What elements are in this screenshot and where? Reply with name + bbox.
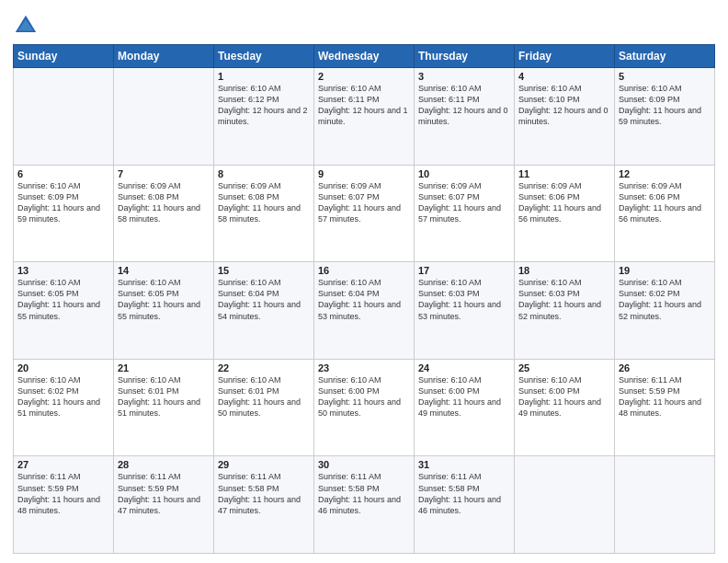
column-header-thursday: Thursday: [415, 45, 515, 68]
week-row-1: 1Sunrise: 6:10 AMSunset: 6:12 PMDaylight…: [14, 68, 715, 166]
cell-details: Sunrise: 6:10 AMSunset: 6:02 PMDaylight:…: [17, 374, 109, 419]
cell-details: Sunrise: 6:09 AMSunset: 6:07 PMDaylight:…: [418, 180, 510, 225]
calendar-cell: 19Sunrise: 6:10 AMSunset: 6:02 PMDayligh…: [615, 262, 715, 360]
day-number: 31: [418, 459, 510, 470]
cell-details: Sunrise: 6:11 AMSunset: 5:58 PMDaylight:…: [418, 471, 510, 516]
day-number: 19: [619, 265, 711, 276]
day-number: 20: [17, 362, 109, 373]
calendar-cell: 31Sunrise: 6:11 AMSunset: 5:58 PMDayligh…: [415, 456, 515, 554]
calendar-cell: 25Sunrise: 6:10 AMSunset: 6:00 PMDayligh…: [515, 359, 615, 456]
cell-details: Sunrise: 6:09 AMSunset: 6:07 PMDaylight:…: [318, 180, 410, 225]
cell-details: Sunrise: 6:10 AMSunset: 6:05 PMDaylight:…: [118, 277, 210, 322]
day-number: 12: [619, 168, 711, 179]
week-row-5: 27Sunrise: 6:11 AMSunset: 5:59 PMDayligh…: [14, 456, 715, 554]
cell-details: Sunrise: 6:10 AMSunset: 6:10 PMDaylight:…: [518, 83, 610, 128]
day-number: 17: [418, 265, 510, 276]
day-number: 26: [619, 362, 711, 373]
day-number: 25: [518, 362, 610, 373]
cell-details: Sunrise: 6:10 AMSunset: 6:12 PMDaylight:…: [218, 83, 310, 128]
day-number: 6: [17, 168, 109, 179]
calendar-cell: 23Sunrise: 6:10 AMSunset: 6:00 PMDayligh…: [314, 359, 415, 456]
cell-details: Sunrise: 6:10 AMSunset: 6:00 PMDaylight:…: [518, 374, 610, 419]
cell-details: Sunrise: 6:10 AMSunset: 6:03 PMDaylight:…: [518, 277, 610, 322]
calendar-cell: 1Sunrise: 6:10 AMSunset: 6:12 PMDaylight…: [214, 68, 314, 166]
week-row-3: 13Sunrise: 6:10 AMSunset: 6:05 PMDayligh…: [14, 262, 715, 360]
day-number: 30: [318, 459, 410, 470]
day-number: 27: [17, 459, 109, 470]
calendar-cell: 10Sunrise: 6:09 AMSunset: 6:07 PMDayligh…: [415, 165, 515, 262]
calendar-cell: 8Sunrise: 6:09 AMSunset: 6:08 PMDaylight…: [214, 165, 314, 262]
cell-details: Sunrise: 6:10 AMSunset: 6:04 PMDaylight:…: [318, 277, 410, 322]
day-number: 28: [118, 459, 210, 470]
day-number: 15: [218, 265, 310, 276]
cell-details: Sunrise: 6:10 AMSunset: 6:01 PMDaylight:…: [118, 374, 210, 419]
cell-details: Sunrise: 6:11 AMSunset: 5:59 PMDaylight:…: [619, 374, 711, 419]
cell-details: Sunrise: 6:10 AMSunset: 6:00 PMDaylight:…: [418, 374, 510, 419]
logo-icon: [13, 13, 39, 39]
calendar-header: SundayMondayTuesdayWednesdayThursdayFrid…: [14, 45, 715, 68]
page: SundayMondayTuesdayWednesdayThursdayFrid…: [0, 0, 728, 563]
day-number: 16: [318, 265, 410, 276]
column-header-friday: Friday: [515, 45, 615, 68]
day-number: 23: [318, 362, 410, 373]
calendar-body: 1Sunrise: 6:10 AMSunset: 6:12 PMDaylight…: [14, 68, 715, 554]
calendar-cell: 17Sunrise: 6:10 AMSunset: 6:03 PMDayligh…: [415, 262, 515, 360]
cell-details: Sunrise: 6:09 AMSunset: 6:06 PMDaylight:…: [518, 180, 610, 225]
cell-details: Sunrise: 6:10 AMSunset: 6:05 PMDaylight:…: [17, 277, 109, 322]
calendar-cell: 30Sunrise: 6:11 AMSunset: 5:58 PMDayligh…: [314, 456, 415, 554]
calendar-cell: [114, 68, 214, 166]
calendar-cell: 11Sunrise: 6:09 AMSunset: 6:06 PMDayligh…: [515, 165, 615, 262]
day-number: 21: [118, 362, 210, 373]
day-number: 5: [619, 71, 711, 82]
calendar-cell: 15Sunrise: 6:10 AMSunset: 6:04 PMDayligh…: [214, 262, 314, 360]
cell-details: Sunrise: 6:10 AMSunset: 6:11 PMDaylight:…: [418, 83, 510, 128]
calendar-cell: 5Sunrise: 6:10 AMSunset: 6:09 PMDaylight…: [615, 68, 715, 166]
day-number: 1: [218, 71, 310, 82]
calendar-cell: 27Sunrise: 6:11 AMSunset: 5:59 PMDayligh…: [14, 456, 114, 554]
cell-details: Sunrise: 6:10 AMSunset: 6:03 PMDaylight:…: [418, 277, 510, 322]
day-number: 7: [118, 168, 210, 179]
calendar-cell: 9Sunrise: 6:09 AMSunset: 6:07 PMDaylight…: [314, 165, 415, 262]
column-header-sunday: Sunday: [14, 45, 114, 68]
day-number: 3: [418, 71, 510, 82]
calendar-cell: 21Sunrise: 6:10 AMSunset: 6:01 PMDayligh…: [114, 359, 214, 456]
cell-details: Sunrise: 6:09 AMSunset: 6:08 PMDaylight:…: [118, 180, 210, 225]
calendar-cell: 28Sunrise: 6:11 AMSunset: 5:59 PMDayligh…: [114, 456, 214, 554]
week-row-4: 20Sunrise: 6:10 AMSunset: 6:02 PMDayligh…: [14, 359, 715, 456]
calendar-cell: 20Sunrise: 6:10 AMSunset: 6:02 PMDayligh…: [14, 359, 114, 456]
cell-details: Sunrise: 6:10 AMSunset: 6:09 PMDaylight:…: [17, 180, 109, 225]
calendar-cell: [14, 68, 114, 166]
calendar-cell: 29Sunrise: 6:11 AMSunset: 5:58 PMDayligh…: [214, 456, 314, 554]
header: [13, 9, 715, 39]
calendar-cell: 18Sunrise: 6:10 AMSunset: 6:03 PMDayligh…: [515, 262, 615, 360]
calendar-cell: 24Sunrise: 6:10 AMSunset: 6:00 PMDayligh…: [415, 359, 515, 456]
cell-details: Sunrise: 6:10 AMSunset: 6:09 PMDaylight:…: [619, 83, 711, 128]
calendar-cell: 3Sunrise: 6:10 AMSunset: 6:11 PMDaylight…: [415, 68, 515, 166]
calendar-cell: 6Sunrise: 6:10 AMSunset: 6:09 PMDaylight…: [14, 165, 114, 262]
cell-details: Sunrise: 6:09 AMSunset: 6:08 PMDaylight:…: [218, 180, 310, 225]
logo: [13, 13, 42, 39]
cell-details: Sunrise: 6:09 AMSunset: 6:06 PMDaylight:…: [619, 180, 711, 225]
calendar-cell: 22Sunrise: 6:10 AMSunset: 6:01 PMDayligh…: [214, 359, 314, 456]
week-row-2: 6Sunrise: 6:10 AMSunset: 6:09 PMDaylight…: [14, 165, 715, 262]
cell-details: Sunrise: 6:10 AMSunset: 6:02 PMDaylight:…: [619, 277, 711, 322]
day-number: 14: [118, 265, 210, 276]
cell-details: Sunrise: 6:11 AMSunset: 5:58 PMDaylight:…: [318, 471, 410, 516]
calendar-cell: 13Sunrise: 6:10 AMSunset: 6:05 PMDayligh…: [14, 262, 114, 360]
column-header-wednesday: Wednesday: [314, 45, 415, 68]
cell-details: Sunrise: 6:10 AMSunset: 6:01 PMDaylight:…: [218, 374, 310, 419]
day-number: 2: [318, 71, 410, 82]
day-number: 4: [518, 71, 610, 82]
cell-details: Sunrise: 6:11 AMSunset: 5:59 PMDaylight:…: [118, 471, 210, 516]
calendar-table: SundayMondayTuesdayWednesdayThursdayFrid…: [13, 44, 715, 554]
calendar-cell: 4Sunrise: 6:10 AMSunset: 6:10 PMDaylight…: [515, 68, 615, 166]
day-number: 24: [418, 362, 510, 373]
day-number: 10: [418, 168, 510, 179]
calendar-cell: 12Sunrise: 6:09 AMSunset: 6:06 PMDayligh…: [615, 165, 715, 262]
calendar-cell: [615, 456, 715, 554]
column-header-saturday: Saturday: [615, 45, 715, 68]
cell-details: Sunrise: 6:10 AMSunset: 6:11 PMDaylight:…: [318, 83, 410, 128]
day-number: 11: [518, 168, 610, 179]
calendar-cell: 2Sunrise: 6:10 AMSunset: 6:11 PMDaylight…: [314, 68, 415, 166]
day-number: 18: [518, 265, 610, 276]
